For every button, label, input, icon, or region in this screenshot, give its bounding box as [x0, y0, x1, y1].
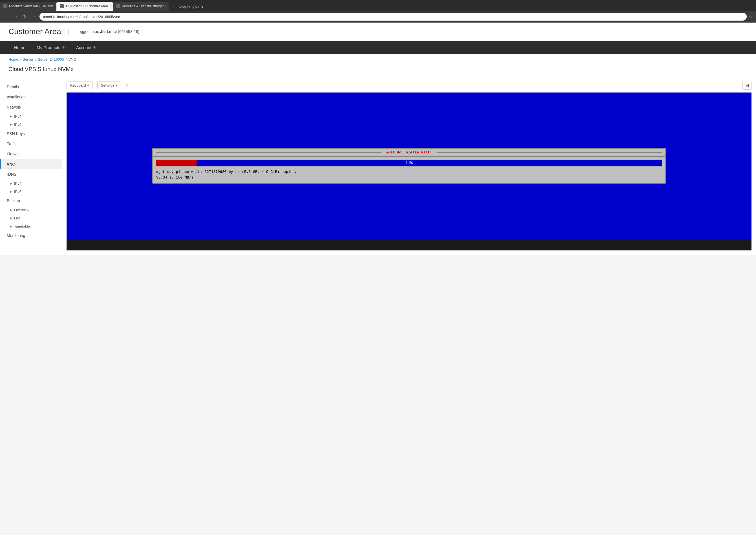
- sidebar-item-network[interactable]: Network: [0, 102, 62, 112]
- tab-favicon-1: [3, 4, 7, 8]
- breadcrumb-sep-2: /: [35, 57, 36, 62]
- my-products-plus-icon: +: [62, 44, 65, 50]
- main-layout: Details Installation Network ▶ IPv4 ▶ IP…: [0, 76, 756, 255]
- backup-overview-arrow: ▶: [10, 209, 13, 211]
- nav-account[interactable]: Account +: [70, 41, 102, 54]
- user-id: (601458-19): [118, 29, 139, 34]
- sidebar-item-monitoring[interactable]: Monitoring: [0, 230, 62, 240]
- breadcrumb-home[interactable]: Home: [9, 57, 18, 62]
- tab-favicon-2: [60, 4, 64, 8]
- progress-bar-container: 11%: [156, 160, 662, 166]
- sidebar-subitem-backup-overview[interactable]: ▶ Overview: [0, 206, 62, 214]
- browser-tab-1[interactable]: Produkte verwalten - TK-Hosti... ✕: [0, 2, 56, 11]
- ipv4-network-arrow: ▶: [10, 115, 13, 118]
- sidebar-item-installation[interactable]: Installation: [0, 92, 62, 102]
- terminal-body: 11% wget dd, please wait: 5271879680 byt…: [153, 157, 665, 183]
- sidebar-subitem-backup-timetable[interactable]: ▶ Timetable: [0, 222, 62, 230]
- sidebar-subitem-ipv4-network[interactable]: ▶ IPv4: [0, 112, 62, 121]
- terminal-output-line1: wget dd, please wait: 5271879680 bytes (…: [156, 169, 662, 175]
- address-actions: ☆: [749, 14, 753, 19]
- tab-bar: Produkte verwalten - TK-Hosti... ✕ TK-Ho…: [0, 0, 756, 11]
- keyboard-button[interactable]: Keyboard ▾: [67, 81, 93, 89]
- sidebar-item-ssh-keys[interactable]: SSH Keys: [0, 128, 62, 139]
- main-nav: Home My Products + Account +: [0, 41, 756, 54]
- breadcrumb-sep-3: /: [66, 57, 67, 62]
- fullscreen-button[interactable]: ⊞: [742, 81, 751, 90]
- ipv6-rdns-arrow: ▶: [10, 190, 13, 193]
- content-area: Keyboard ▾ Settings ▾ ? ⊞ wget dd, pleas…: [62, 76, 756, 255]
- terminal-dialog: wget dd, please wait: 11% wget dd, pleas…: [152, 148, 666, 183]
- user-name: Jie Le lai: [100, 29, 117, 34]
- ipv6-network-arrow: ▶: [10, 123, 13, 126]
- sidebar-subitem-backup-list[interactable]: ▶ List: [0, 214, 62, 222]
- fullscreen-icon: ⊞: [745, 83, 749, 88]
- site-header: Customer Area | Logged in as Jie Le lai …: [0, 22, 756, 41]
- sidebar: Details Installation Network ▶ IPv4 ▶ IP…: [0, 76, 62, 255]
- tab-favicon-3: [116, 4, 120, 8]
- vnc-bottom-bar: [67, 239, 751, 250]
- new-tab-button[interactable]: +: [169, 2, 177, 10]
- breadcrumb: Home / Server / Server 2416605 / VNC: [9, 57, 747, 62]
- title-line-right: [436, 152, 662, 153]
- sidebar-subitem-ipv6-rdns[interactable]: ▶ IPv6: [0, 187, 62, 196]
- progress-text: 11%: [156, 161, 662, 165]
- nav-my-products[interactable]: My Products +: [31, 41, 70, 54]
- breadcrumb-server-id[interactable]: Server 2416605: [38, 57, 64, 62]
- sidebar-subitem-ipv4-rdns[interactable]: ▶ IPv4: [0, 179, 62, 187]
- breadcrumb-area: Home / Server / Server 2416605 / VNC Clo…: [0, 54, 756, 76]
- ipv4-rdns-arrow: ▶: [10, 182, 13, 185]
- account-plus-icon: +: [93, 44, 96, 50]
- nav-home[interactable]: Home: [9, 42, 31, 53]
- keyboard-dropdown-icon: ▾: [87, 83, 89, 87]
- sidebar-item-details[interactable]: Details: [0, 82, 62, 92]
- terminal-title-bar: wget dd, please wait:: [153, 149, 665, 157]
- tab-close-2[interactable]: ✕: [111, 5, 113, 8]
- vnc-screen[interactable]: wget dd, please wait: 11% wget dd, pleas…: [67, 93, 751, 239]
- forward-button[interactable]: →: [13, 14, 19, 19]
- sidebar-item-vnc[interactable]: VNC: [0, 159, 62, 169]
- page-title: Cloud VPS S Linux NVMe: [9, 64, 747, 76]
- address-bar: ← → ↻ ⌂ ☆: [0, 11, 756, 22]
- sidebar-item-backup[interactable]: Backup: [0, 196, 62, 206]
- site-title: Customer Area: [9, 27, 61, 36]
- vnc-toolbar: Keyboard ▾ Settings ▾ ? ⊞: [67, 81, 751, 90]
- logged-in-text: Logged in as Jie Le lai (601458-19): [76, 29, 139, 34]
- sidebar-item-traffic[interactable]: Traffic: [0, 139, 62, 149]
- refresh-button[interactable]: ↻: [21, 14, 28, 19]
- terminal-output-line2: 33.04 s, 160 MB/s: [156, 175, 662, 181]
- terminal-output: wget dd, please wait: 5271879680 bytes (…: [156, 169, 662, 180]
- sidebar-item-rdns[interactable]: rDNS: [0, 169, 62, 179]
- settings-dropdown-icon: ▾: [115, 83, 117, 87]
- terminal-title-text: wget dd, please wait:: [384, 150, 434, 155]
- breadcrumb-sep-1: /: [20, 57, 21, 62]
- home-nav-button[interactable]: ⌂: [30, 14, 37, 19]
- breadcrumb-server[interactable]: Server: [22, 57, 33, 62]
- settings-button[interactable]: Settings ▾: [97, 81, 121, 89]
- blog-label: blog.tanglu.me: [179, 4, 203, 9]
- backup-list-arrow: ▶: [10, 216, 13, 220]
- site-title-divider: |: [68, 28, 70, 36]
- sidebar-item-firewall[interactable]: Firewall: [0, 149, 62, 159]
- browser-tab-3[interactable]: Produkte & Dienstleistungen -... ✕: [113, 2, 169, 11]
- breadcrumb-vnc: VNC: [68, 57, 76, 62]
- sidebar-subitem-ipv6-network[interactable]: ▶ IPv6: [0, 121, 62, 128]
- help-button[interactable]: ?: [126, 83, 128, 88]
- browser-chrome: Produkte verwalten - TK-Hosti... ✕ TK-Ho…: [0, 0, 756, 22]
- bookmark-icon[interactable]: ☆: [749, 14, 753, 19]
- url-input[interactable]: [40, 13, 747, 20]
- browser-tab-2[interactable]: TK-Hosting - Customer Area ✕: [56, 2, 113, 11]
- backup-timetable-arrow: ▶: [10, 225, 13, 228]
- back-button[interactable]: ←: [3, 14, 10, 19]
- title-line-left: [156, 152, 381, 153]
